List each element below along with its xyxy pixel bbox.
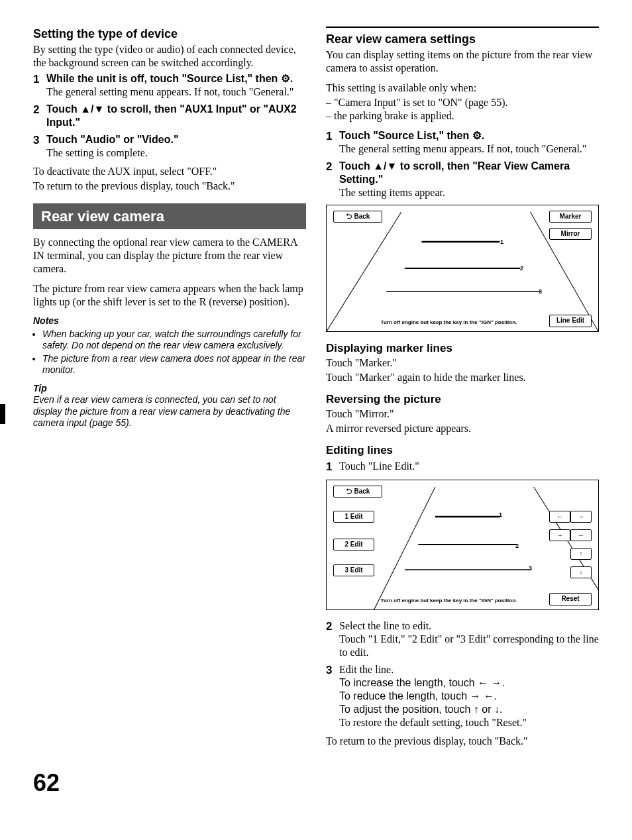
step-body: The setting is complete. [46,147,148,158]
steps-editing-lines-2: 2 Select the line to edit. Touch "1 Edit… [326,619,599,729]
para-deactivate: To deactivate the AUX input, select "OFF… [33,165,306,178]
step-lead: Touch ▲/▼ to scroll, then "Rear View Cam… [339,160,570,185]
step-line: To increase the length, touch ← →. [339,677,505,688]
line-label-1: 1 [499,511,502,519]
tip-body: Even if a rear view camera is connected,… [33,394,306,429]
steps-setting-type: 1 While the unit is off, touch "Source L… [33,72,306,160]
condition-item: the parking brake is applied. [326,109,599,123]
step-lead: Touch ▲/▼ to scroll, then "AUX1 Input" o… [46,103,297,128]
back-button[interactable]: ⮌ Back [333,211,382,223]
back-arrow-icon: ⮌ [346,488,354,495]
gear-icon: ⚙. [281,73,293,84]
line-edit-button[interactable]: Line Edit [549,315,592,327]
arrow-up-button[interactable]: ↑ [570,548,592,560]
arrow-down-button[interactable]: ↓ [570,566,592,579]
back-arrow-icon: ⮌ [346,213,354,220]
step-2: 2 Touch ▲/▼ to scroll, then "Rear View C… [326,160,599,199]
note-item: When backing up your car, watch the surr… [42,329,306,352]
step-lead: Select the line to edit. [339,620,431,631]
edit-2-button[interactable]: 2 Edit [333,539,374,551]
step-line: To adjust the position, touch ↑ or ↓. [339,704,502,715]
back-button[interactable]: ⮌ Back [333,486,382,498]
step-2: 2 Touch ▲/▼ to scroll, then "AUX1 Input"… [33,103,306,129]
para-picture-appears: The picture from rear view camera appear… [33,282,306,309]
screenshot-rear-camera-setting: ⮌ Back Marker Mirror Line Edit 1 2 3 Tur… [326,205,599,332]
step-body: Touch "Line Edit." [339,460,599,474]
heading-editing-lines: Editing lines [326,443,599,457]
condition-item: "Camera Input" is set to "ON" (page 55). [326,96,599,109]
step-number: 1 [33,72,46,99]
step-number: 3 [326,663,339,729]
heading-reversing: Reversing the picture [326,392,599,406]
steps-editing-lines-1: 1 Touch "Line Edit." [326,460,599,474]
step-lead: Edit the line. [339,664,394,675]
right-column: Rear view camera settings You can displa… [326,26,599,755]
svg-line-0 [327,212,401,331]
para-setting-type: By setting the type (video or audio) of … [33,43,306,70]
line-label-3: 3 [539,288,542,295]
notes-heading: Notes [33,315,306,327]
svg-line-5 [374,487,435,609]
caption-text: Turn off engine but keep the key in the … [381,319,517,326]
two-column-layout: Setting the type of device By setting th… [33,26,599,755]
step-lead: Touch "Source List," then ⚙. [339,130,484,141]
line-label-2: 2 [515,543,519,550]
reset-button[interactable]: Reset [549,593,592,605]
tip-heading: Tip [33,383,306,395]
mirror-button[interactable]: Mirror [549,228,592,240]
para-return-back: To return to the previous display, touch… [326,735,599,748]
left-column: Setting the type of device By setting th… [33,26,306,755]
steps-rear-settings: 1 Touch "Source List," then ⚙. The gener… [326,129,599,199]
step-3: 3 Edit the line. To increase the length,… [326,663,599,729]
step-line: To restore the default setting, touch "R… [339,717,527,728]
arrow-left-button[interactable]: ← [549,511,570,523]
arrow-right-button[interactable]: → [570,511,592,523]
edge-tab [0,404,5,424]
line-label-2: 2 [520,265,523,272]
heading-setting-type: Setting the type of device [33,26,306,42]
step-lead: While the unit is off, touch "Source Lis… [46,73,293,84]
step-body: Touch "1 Edit," "2 Edit" or "3 Edit" cor… [339,633,599,658]
step-3: 3 Touch "Audio" or "Video." The setting … [33,133,306,160]
step-number: 2 [33,103,46,129]
step-body: The general setting menu appears. If not… [339,143,586,154]
para-hide-marker: Touch "Marker" again to hide the marker … [326,371,599,384]
step-number: 1 [326,460,339,474]
para-available-when: This setting is available only when: [326,81,599,95]
caption-text: Turn off engine but keep the key in the … [381,598,517,604]
step-1: 1 Touch "Line Edit." [326,460,599,474]
arrow-in-right-button[interactable]: → [549,529,570,542]
heading-marker-lines: Displaying marker lines [326,341,599,355]
para-connect-camera: By connecting the optional rear view cam… [33,236,306,276]
page-number: 62 [33,768,599,798]
screenshot-line-edit: ⮌ Back 1 Edit 2 Edit 3 Edit ← → → ← ↑ ↓ … [326,480,599,610]
para-touch-mirror: Touch "Mirror." [326,407,599,421]
section-rule [326,26,599,28]
section-bar-rear-camera: Rear view camera [33,203,306,230]
step-2: 2 Select the line to edit. Touch "1 Edit… [326,619,599,659]
edit-3-button[interactable]: 3 Edit [333,564,374,577]
step-body: The setting items appear. [339,187,445,198]
step-number: 3 [33,133,46,160]
edit-1-button[interactable]: 1 Edit [333,511,374,523]
step-number: 2 [326,619,339,659]
note-item: The picture from a rear view camera does… [42,353,306,376]
heading-rear-settings: Rear view camera settings [326,32,599,47]
marker-button[interactable]: Marker [549,211,592,223]
arrow-in-left-button[interactable]: ← [570,529,592,542]
conditions-list: "Camera Input" is set to "ON" (page 55).… [326,96,599,123]
para-display-items: You can display setting items on the pic… [326,48,599,75]
line-label-3: 3 [529,565,532,572]
para-return: To return to the previous display, touch… [33,180,306,193]
step-number: 1 [326,129,339,156]
step-lead: Touch "Audio" or "Video." [46,134,179,145]
line-label-1: 1 [500,238,503,246]
para-touch-marker: Touch "Marker." [326,356,599,370]
step-line: To reduce the length, touch → ←. [339,690,497,702]
step-number: 2 [326,160,339,199]
step-body: The general setting menu appears. If not… [46,86,293,97]
step-1: 1 Touch "Source List," then ⚙. The gener… [326,129,599,156]
gear-icon: ⚙. [472,130,484,141]
para-mirror-reversed: A mirror reversed picture appears. [326,422,599,435]
step-1: 1 While the unit is off, touch "Source L… [33,72,306,99]
